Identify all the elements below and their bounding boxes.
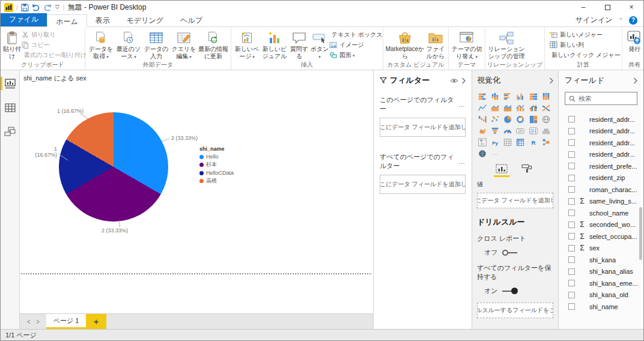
help-icon[interactable]: ? xyxy=(629,16,637,25)
visual-icon-map[interactable] xyxy=(541,115,551,124)
get-data-button[interactable]: データを取得 ▾ xyxy=(87,28,115,61)
visual-icon-arcgis-map[interactable] xyxy=(477,149,488,158)
all-pages-filters-dropzone[interactable]: ここにデータ フィールドを追加し... xyxy=(380,175,466,194)
visual-icon-ribbon-chart[interactable] xyxy=(541,103,551,112)
field-checkbox[interactable] xyxy=(568,303,575,310)
visual-icon-table[interactable] xyxy=(502,137,513,146)
field-checkbox[interactable] xyxy=(568,116,575,122)
add-page-button[interactable]: + xyxy=(86,314,106,329)
visual-icon-gauge[interactable] xyxy=(502,126,513,135)
visual-icon-pie-chart[interactable] xyxy=(502,115,513,124)
page-tab[interactable]: ページ 1 xyxy=(46,314,86,329)
redo-button[interactable] xyxy=(43,4,52,11)
publish-button[interactable]: 発行 xyxy=(624,28,644,61)
visual-icon-card[interactable]: 123 xyxy=(515,126,526,135)
field-checkbox[interactable] xyxy=(568,268,575,275)
tab-help[interactable]: ヘルプ xyxy=(172,14,211,26)
field-item[interactable]: shi_kana_old xyxy=(559,289,643,301)
legend-item[interactable]: 杉本 xyxy=(199,161,234,169)
field-checkbox[interactable] xyxy=(568,210,575,216)
visual-icon-stacked-column-chart[interactable] xyxy=(490,92,500,101)
field-checkbox[interactable] xyxy=(568,163,575,169)
field-item[interactable]: shi_kana xyxy=(559,254,643,266)
collapse-panel-chevron-icon[interactable] xyxy=(633,77,637,84)
format-painter-button[interactable]: 書式のコピー/貼り付け xyxy=(22,50,83,59)
field-item[interactable]: Σseconded_wo... xyxy=(559,219,643,231)
visual-icon-waterfall-chart[interactable] xyxy=(477,115,488,124)
visual-icon-hundred-stacked-column-chart[interactable] xyxy=(541,92,551,101)
field-checkbox[interactable] xyxy=(568,139,575,146)
visual-icon-kpi[interactable]: 123 xyxy=(541,126,551,135)
sidebar-item-report-view[interactable] xyxy=(1,79,20,89)
field-item[interactable]: Σselect_occupa... xyxy=(559,231,643,243)
tab-file[interactable]: ファイル xyxy=(1,13,47,26)
visual-icon-line-and-stacked-column-chart[interactable] xyxy=(515,103,526,112)
visual-icon-clustered-column-chart[interactable] xyxy=(515,92,526,101)
collapse-panel-chevron-icon[interactable] xyxy=(549,77,553,84)
visual-icon-hundred-stacked-bar-chart[interactable] xyxy=(528,92,539,101)
field-item[interactable]: resident_zip xyxy=(559,172,643,184)
page-filters-dropzone[interactable]: ここにデータ フィールドを追加し... xyxy=(380,118,466,137)
image-button[interactable]: イメージ xyxy=(329,40,381,49)
legend-item[interactable]: Hello xyxy=(199,154,234,160)
field-checkbox[interactable] xyxy=(568,245,575,252)
new-quick-measure-button[interactable]: 新しいクイック メジャー xyxy=(549,50,620,59)
copy-button[interactable]: コピー xyxy=(22,40,83,49)
visual-icon-clustered-bar-chart[interactable] xyxy=(502,92,513,101)
visual-icon-slicer[interactable] xyxy=(477,137,488,146)
visual-icon-funnel[interactable] xyxy=(490,126,500,135)
tab-format[interactable] xyxy=(519,164,535,177)
values-dropzone[interactable]: ここにデータ フィールドを追加して... xyxy=(477,193,553,208)
visual-icon-donut-chart[interactable] xyxy=(515,115,526,124)
paste-button[interactable]: 貼り付け xyxy=(2,28,22,61)
field-checkbox[interactable] xyxy=(568,280,575,286)
field-checkbox[interactable] xyxy=(568,198,575,205)
maximize-button[interactable] xyxy=(595,1,619,14)
legend-item[interactable]: HelloCData xyxy=(199,170,234,176)
more-options-button[interactable]: … xyxy=(458,101,466,108)
sidebar-item-data-view[interactable] xyxy=(1,103,20,112)
tab-fields[interactable] xyxy=(494,164,509,177)
edit-queries-button[interactable]: クエリを編集 ▾ xyxy=(170,28,198,61)
field-item[interactable]: Σsame_living_s... xyxy=(559,196,643,208)
marketplace-button[interactable]: Marketplaceから xyxy=(385,28,425,61)
drillthrough-dropzone[interactable]: ドリルスルーするフィールドをここ... xyxy=(477,303,553,318)
field-checkbox[interactable] xyxy=(568,222,575,228)
visual-icon-stacked-area-chart[interactable] xyxy=(502,103,513,112)
recent-sources-button[interactable]: 最近のソース ▾ xyxy=(115,28,142,61)
field-item[interactable]: Σsex xyxy=(559,243,643,255)
field-item[interactable]: resident_prefe... xyxy=(559,160,643,172)
pie-chart[interactable] xyxy=(59,112,168,222)
visual-icon-more-options[interactable]: … xyxy=(490,149,500,158)
field-item[interactable]: roman_charac... xyxy=(559,184,643,196)
tab-modeling[interactable]: モデリング xyxy=(118,14,172,26)
visual-icon-filled-map[interactable] xyxy=(477,126,488,135)
field-item[interactable]: resident_addr... xyxy=(559,113,643,125)
field-checkbox[interactable] xyxy=(568,128,575,134)
customize-toolbar-caret-icon[interactable] xyxy=(55,5,60,10)
cross-report-toggle[interactable] xyxy=(502,250,517,256)
new-measure-button[interactable]: 新しいメジャー xyxy=(549,30,620,39)
field-item[interactable]: shi_kana_alias xyxy=(559,266,643,278)
visual-icon-matrix[interactable] xyxy=(515,137,526,146)
switch-theme-button[interactable]: テーマの切り替え ▾ xyxy=(451,28,483,61)
new-visual-button[interactable]: 新しいビジュアル xyxy=(261,28,288,61)
cut-button[interactable]: 切り取り xyxy=(22,30,83,39)
next-page-button[interactable] xyxy=(36,319,40,324)
legend-item[interactable]: 高橋 xyxy=(199,177,234,185)
enter-data-button[interactable]: データの入力 xyxy=(142,28,170,61)
field-search-input[interactable] xyxy=(579,95,633,102)
field-item[interactable]: resident_addr... xyxy=(559,149,643,161)
field-checkbox[interactable] xyxy=(568,186,575,193)
minimize-button[interactable]: – xyxy=(571,1,595,14)
visual-icon-line-chart[interactable] xyxy=(477,103,488,112)
visual-icon-line-and-clustered-column-chart[interactable] xyxy=(528,103,539,112)
visual-icon-treemap[interactable] xyxy=(528,115,539,124)
field-checkbox[interactable] xyxy=(568,256,575,263)
field-checkbox[interactable] xyxy=(568,233,575,240)
field-checkbox[interactable] xyxy=(568,151,575,158)
visual-icon-python-visual[interactable]: Py xyxy=(490,137,500,146)
eye-icon[interactable] xyxy=(450,78,458,83)
save-button[interactable] xyxy=(21,4,29,11)
field-item[interactable]: shi_name xyxy=(559,301,643,312)
